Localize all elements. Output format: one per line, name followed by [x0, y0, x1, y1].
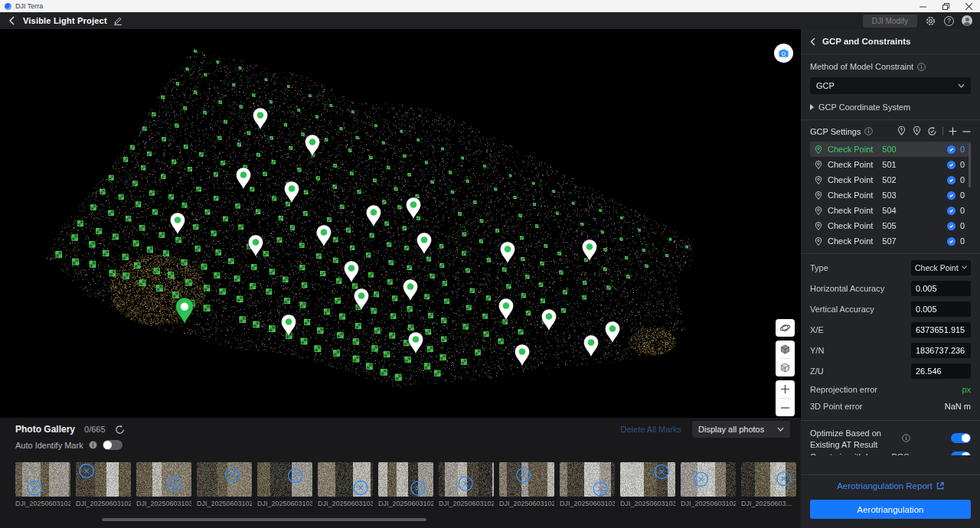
gcp-point-row[interactable]: Check Point 503 0	[810, 187, 971, 203]
photo-thumbnail[interactable]: DJI_202506031027...	[681, 462, 736, 507]
wireframe-cube-view-button[interactable]	[776, 359, 795, 376]
gcp-pin-marker[interactable]	[407, 331, 424, 354]
photo-image	[257, 462, 312, 497]
close-button[interactable]	[957, 0, 980, 12]
gcp-pin-marker[interactable]	[169, 212, 186, 235]
field-input[interactable]	[911, 343, 971, 358]
gcp-pin-marker[interactable]	[365, 204, 382, 227]
dji-terra-logo-icon	[5, 3, 11, 10]
remove-gcp-button[interactable]	[962, 130, 971, 133]
zoom-out-button[interactable]	[776, 399, 795, 416]
gcp-pin-marker[interactable]	[247, 234, 264, 257]
gallery-scrollbar[interactable]	[102, 518, 426, 521]
field-input[interactable]	[911, 281, 971, 296]
photo-thumbnail[interactable]: DJI_202506031033...	[620, 462, 675, 507]
zoom-in-button[interactable]	[776, 380, 795, 398]
gcp-point-row[interactable]: Check Point 504 0	[810, 203, 971, 218]
screenshot-camera-button[interactable]	[774, 44, 793, 63]
constrain-pos-label: Constrain with Image POS Data	[810, 451, 917, 455]
gcp-pin-marker[interactable]	[402, 279, 419, 301]
orbit-view-button[interactable]	[776, 319, 795, 337]
solid-cube-view-button[interactable]	[776, 341, 795, 358]
gcp-pin-marker[interactable]	[581, 239, 598, 262]
gcp-point-row[interactable]: Check Point 507 0	[810, 233, 971, 249]
gcp-pin-marker[interactable]	[541, 308, 557, 331]
gcp-pin-marker[interactable]	[416, 232, 433, 255]
method-select[interactable]: GCP	[810, 77, 971, 94]
dji-modify-button[interactable]: DJI Modify	[863, 15, 917, 28]
gcp-coordinate-system-expander[interactable]: GCP Coordinate System	[810, 103, 971, 112]
gcp-list-scrollbar[interactable]	[969, 143, 971, 187]
auto-identify-label: Auto Identify Mark	[15, 441, 83, 450]
photo-filter-select[interactable]: Display all photos	[692, 421, 790, 438]
back-button[interactable]	[0, 16, 23, 25]
gcp-mark-count: 0	[960, 191, 966, 200]
restore-button[interactable]	[934, 0, 957, 12]
gcp-pin-marker[interactable]	[315, 224, 332, 247]
check-badge-icon	[947, 222, 956, 230]
type-select[interactable]: Check Point	[911, 260, 971, 275]
photo-thumbnail[interactable]: DJI_202506031033...	[136, 462, 191, 507]
gcp-pin-marker[interactable]	[353, 288, 370, 311]
gcp-pin-marker[interactable]	[514, 344, 531, 367]
export-gcp-icon[interactable]	[912, 126, 922, 136]
photo-thumbnail[interactable]: DJI_202506031033...	[257, 462, 312, 507]
aerotriangulation-button[interactable]: Aerotriangulation	[810, 500, 971, 519]
field-input[interactable]	[911, 301, 971, 317]
gcp-pin-marker[interactable]	[304, 134, 321, 157]
help-icon[interactable]: ?	[944, 16, 954, 26]
clipped-setting-row: Constrain with Image POS Data	[801, 450, 980, 455]
gcp-mark-count: 0	[960, 221, 966, 230]
photo-thumbnail[interactable]: DJI_202506031028...	[439, 462, 494, 507]
gcp-pin-marker[interactable]	[405, 197, 422, 220]
gcp-pin-marker[interactable]	[252, 107, 269, 130]
gcp-pin-marker[interactable]	[604, 321, 621, 344]
gcp-pin-marker[interactable]	[583, 334, 599, 357]
photo-thumbnail[interactable]: DJI_20250603...	[741, 462, 796, 507]
auto-identify-toggle[interactable]	[103, 440, 122, 450]
gallery-refresh-button[interactable]	[115, 425, 125, 435]
gcp-pin-marker[interactable]	[343, 260, 360, 283]
photo-thumbnail[interactable]: DJI_202506031028...	[378, 462, 433, 507]
add-gcp-button[interactable]	[949, 127, 957, 135]
window-titlebar: DJI Terra	[0, 0, 980, 12]
constrain-pos-toggle[interactable]	[951, 451, 971, 455]
photo-thumbnail[interactable]: DJI_202506031028...	[499, 462, 554, 507]
gcp-pin-marker[interactable]	[280, 314, 297, 337]
gcp-pin-marker[interactable]	[498, 298, 514, 321]
panel-back-button[interactable]	[810, 37, 815, 46]
delete-all-marks-button[interactable]: Delete All Marks	[621, 425, 681, 434]
gcp-point-row[interactable]: Check Point 500 0	[810, 142, 971, 157]
photo-thumbnail[interactable]: DJI_202506031028...	[76, 462, 131, 507]
edit-project-name-button[interactable]	[113, 16, 122, 25]
pin-icon	[365, 204, 382, 227]
settings-gear-icon[interactable]	[925, 15, 936, 27]
photo-thumbnail[interactable]: DJI_202506031027...	[15, 462, 70, 507]
field-input[interactable]	[911, 363, 971, 379]
gcp-point-row[interactable]: Check Point 502 0	[810, 172, 971, 187]
reidentify-marks-icon[interactable]	[927, 126, 937, 136]
pin-icon	[581, 239, 598, 262]
gcp-point-id: 501	[882, 160, 896, 169]
gcp-pin-marker[interactable]	[235, 167, 252, 190]
aerotriangulation-report-link[interactable]: Aerotriangulation Report	[801, 475, 980, 497]
gcp-point-row[interactable]: Check Point 501 0	[810, 157, 971, 172]
user-avatar[interactable]	[962, 15, 972, 26]
field-row: Horizontal Accuracy	[810, 278, 971, 298]
location-pin-icon	[815, 145, 822, 155]
photo-filename: DJI_202506031033...	[620, 500, 675, 507]
gcp-point-label: Check Point	[828, 175, 873, 184]
gcp-pin-marker[interactable]	[283, 181, 300, 204]
photo-filename: DJI_202506031027...	[681, 500, 736, 507]
photo-thumbnail[interactable]: DJI_202506031027...	[197, 462, 252, 507]
minimize-button[interactable]	[911, 0, 934, 12]
optimize-toggle[interactable]	[951, 433, 971, 443]
gallery-header: Photo Gallery 0/665	[15, 424, 125, 435]
gcp-pin-marker[interactable]	[499, 241, 516, 264]
field-input[interactable]	[911, 322, 971, 337]
photo-thumbnail[interactable]: DJI_202506031033...	[560, 462, 615, 507]
photo-thumbnail[interactable]: DJI_202506031033...	[318, 462, 373, 507]
gcp-pin-marker[interactable]	[175, 297, 194, 324]
import-gcp-icon[interactable]	[897, 126, 906, 136]
gcp-point-row[interactable]: Check Point 505 0	[810, 218, 971, 233]
